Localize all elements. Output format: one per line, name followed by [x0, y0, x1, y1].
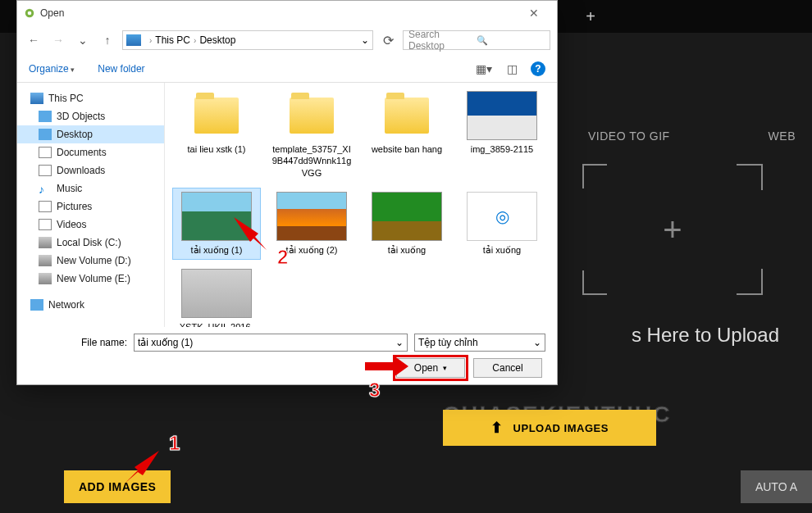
breadcrumb-root[interactable]: This PC [155, 34, 190, 46]
filename-value: tải xuống (1) [138, 337, 193, 348]
new-tab-button[interactable]: + [574, 7, 607, 26]
nav-up-icon[interactable]: ↑ [98, 30, 117, 50]
sidebar-item-label: Desktop [57, 129, 93, 140]
image-thumbnail [181, 269, 252, 318]
open-button[interactable]: Open ▾ [396, 358, 465, 378]
dialog-titlebar: Open ✕ [17, 1, 557, 25]
sidebar-item-music[interactable]: ♪Music [17, 179, 164, 197]
refresh-icon[interactable]: ⟳ [378, 30, 398, 50]
upload-images-button[interactable]: ⬆ UPLOAD IMAGES [443, 410, 656, 446]
image-thumbnail [276, 192, 347, 241]
auto-button[interactable]: AUTO A [741, 470, 812, 503]
file-label: tai lieu xstk (1) [188, 143, 246, 155]
help-icon[interactable]: ? [531, 61, 545, 76]
sidebar-item-documents[interactable]: Documents [17, 143, 164, 161]
file-item[interactable]: XSTK_HKII_2016-2017 [173, 266, 260, 327]
file-label: tải xuống (1) [191, 244, 243, 256]
open-button-label: Open [414, 362, 438, 374]
nav-web[interactable]: WEB [769, 129, 796, 143]
file-label: website ban hang [372, 143, 442, 155]
filetype-select[interactable]: Tệp tùy chỉnh ⌄ [414, 334, 545, 352]
search-input[interactable]: Search Desktop 🔍 [403, 30, 550, 50]
dialog-body: This PC3D ObjectsDesktopDocumentsDownloa… [17, 83, 557, 327]
upload-images-label: UPLOAD IMAGES [513, 422, 609, 434]
new-folder-button[interactable]: New folder [98, 63, 144, 75]
sidebar-item-label: Downloads [57, 165, 105, 176]
sidebar-item-3d-objects[interactable]: 3D Objects [17, 107, 164, 125]
net-icon [30, 299, 43, 311]
sidebar-item-label: Music [57, 183, 82, 194]
file-item[interactable]: tải xuống [458, 188, 545, 259]
sidebar-item-videos[interactable]: Videos [17, 216, 164, 234]
drive-icon [39, 273, 52, 284]
sidebar-item-label: Documents [57, 147, 107, 158]
doc-icon [39, 147, 52, 158]
sidebar-item-label: Network [48, 299, 84, 311]
image-thumbnail [372, 192, 442, 241]
add-images-button[interactable]: ADD IMAGES [64, 470, 171, 503]
dialog-bottom: File name: tải xuống (1) ⌄ Tệp tùy chỉnh… [17, 327, 557, 384]
search-icon[interactable]: 🔍 [477, 35, 545, 46]
nav-video-to-gif[interactable]: VIDEO TO GIF [588, 129, 670, 143]
upload-dropzone[interactable]: + [582, 164, 763, 295]
search-placeholder: Search Desktop [408, 29, 477, 52]
file-label: tải xuống [483, 244, 521, 256]
dialog-sidebar: This PC3D ObjectsDesktopDocumentsDownloa… [17, 83, 165, 327]
music-icon: ♪ [39, 183, 52, 194]
sidebar-item-label: 3D Objects [57, 111, 105, 122]
pic-icon [39, 201, 52, 212]
dialog-title: Open [40, 7, 64, 19]
sidebar-item-label: This PC [48, 93, 84, 104]
drive-icon [39, 237, 52, 248]
nav-forward-icon[interactable]: → [48, 30, 68, 50]
file-item[interactable]: template_53757_XI9B447dd9Wnnk11gVGG [268, 88, 355, 182]
preview-pane-icon[interactable]: ◫ [503, 61, 521, 76]
view-mode-icon[interactable]: ▦▾ [475, 61, 493, 76]
annotation-1: 1 [169, 432, 180, 455]
file-item[interactable]: website ban hang [363, 88, 450, 182]
desk-icon [39, 129, 52, 140]
chevron-right-icon: › [194, 36, 196, 45]
chevron-down-icon[interactable]: ⌄ [73, 30, 93, 50]
filename-input[interactable]: tải xuống (1) ⌄ [134, 334, 408, 352]
chevron-down-icon[interactable]: ⌄ [361, 34, 369, 46]
image-thumbnail [467, 91, 537, 140]
folder-icon [385, 98, 429, 134]
3d-icon [39, 111, 52, 122]
filetype-value: Tệp tùy chỉnh [418, 337, 478, 348]
sidebar-item-new-volume-e-[interactable]: New Volume (E:) [17, 270, 164, 288]
sidebar-item-pictures[interactable]: Pictures [17, 197, 164, 216]
file-item[interactable]: img_3859-2115 [458, 88, 545, 182]
file-label: tải xuống [388, 244, 426, 256]
chevron-down-icon[interactable]: ⌄ [395, 337, 404, 348]
app-nav: VIDEO TO GIF WEB [572, 129, 812, 143]
sidebar-item-downloads[interactable]: Downloads [17, 161, 164, 179]
chevron-down-icon[interactable]: ⌄ [533, 337, 541, 348]
image-thumbnail [467, 192, 537, 241]
sidebar-item-label: Videos [57, 219, 86, 230]
filename-label: File name: [29, 337, 127, 348]
drive-icon [39, 255, 52, 266]
sidebar-item-new-volume-d-[interactable]: New Volume (D:) [17, 252, 164, 270]
dialog-nav: ← → ⌄ ↑ › This PC › Desktop ⌄ ⟳ Search D… [17, 25, 557, 55]
sidebar-item-this-pc[interactable]: This PC [17, 89, 164, 107]
sidebar-item-network[interactable]: Network [17, 296, 164, 314]
image-thumbnail [181, 192, 252, 241]
breadcrumb[interactable]: › This PC › Desktop ⌄ [122, 30, 373, 50]
file-label: img_3859-2115 [471, 143, 533, 155]
breadcrumb-leaf[interactable]: Desktop [199, 34, 235, 46]
organize-menu[interactable]: Organize [29, 63, 75, 75]
cancel-button[interactable]: Cancel [473, 358, 542, 378]
file-item[interactable]: tai lieu xstk (1) [173, 88, 260, 182]
file-item[interactable]: tải xuống (1) [173, 188, 260, 259]
upload-icon: ⬆ [490, 419, 504, 437]
annotation-2: 2 [277, 246, 288, 269]
file-label: template_53757_XI9B447dd9Wnnk11gVGG [271, 143, 353, 179]
nav-back-icon[interactable]: ← [24, 30, 43, 50]
file-item[interactable]: tải xuống [363, 188, 450, 259]
sidebar-item-desktop[interactable]: Desktop [17, 125, 164, 143]
pc-icon [126, 34, 141, 46]
file-label: XSTK_HKII_2016-2017 [176, 321, 257, 327]
sidebar-item-local-disk-c-[interactable]: Local Disk (C:) [17, 234, 164, 252]
close-icon[interactable]: ✕ [518, 7, 550, 20]
